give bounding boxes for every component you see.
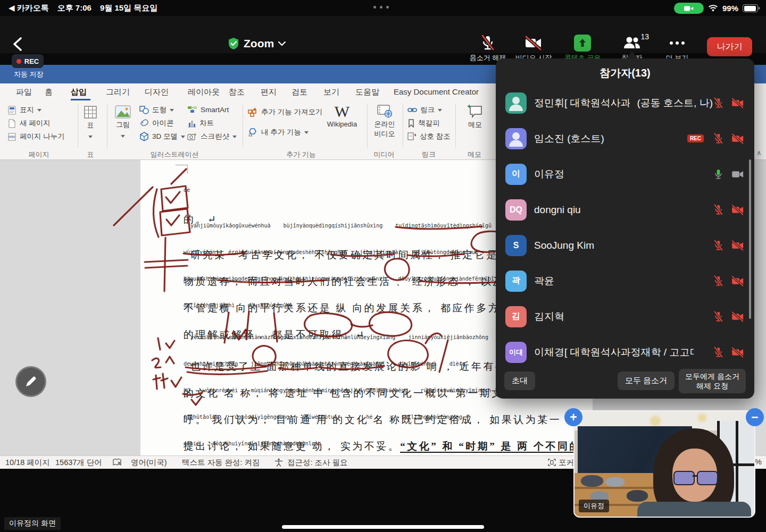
home-indicator[interactable] (282, 525, 484, 529)
cover-page-icon (7, 106, 16, 115)
back-to-app-link[interactable]: ◀ 카카오톡 (9, 3, 49, 13)
my-addins-button[interactable]: 내 추가 기능 (248, 128, 309, 137)
participants-icon: 13 (607, 33, 656, 53)
language-indicator[interactable]: 영어(미국) (131, 458, 167, 468)
person-silhouette-icon (505, 92, 527, 114)
selected-tab-underline (71, 99, 90, 100)
bookmark-button[interactable]: 책갈피 (407, 119, 440, 128)
camera-off-icon (509, 33, 558, 53)
chart-icon (187, 119, 196, 128)
tab-mailings[interactable]: 편지 (261, 87, 277, 97)
chevron-down-icon (37, 109, 41, 112)
collapse-ribbon-icon[interactable]: ∧ (756, 149, 762, 157)
group-label-pages: 페이지 (7, 150, 70, 159)
tab-references[interactable]: 참조 (229, 87, 245, 97)
share-screen-icon (574, 35, 591, 52)
device-status-bar: ◀ 카카오톡 오후 7:06 9월 15일 목요일 99% (0, 0, 766, 16)
tab-layout[interactable]: 레이아웃 (188, 87, 220, 97)
participant-row[interactable]: 김 김지혁 (496, 299, 754, 334)
video-thumbnail[interactable]: 이유정 (573, 410, 755, 518)
table-button[interactable]: 표 (78, 105, 103, 140)
cover-page-button[interactable]: 표지 (7, 105, 41, 115)
wikipedia-button[interactable]: W Wikipedia (326, 103, 359, 128)
picture-button[interactable]: 그림 (111, 105, 135, 139)
page-break-icon (7, 132, 16, 141)
chart-button[interactable]: 차트 (187, 119, 214, 128)
participant-row[interactable]: 이대 이채경[ 대학원석사과정재학 / 고고미술… (496, 334, 754, 370)
camera-off-icon (731, 275, 745, 287)
back-button[interactable] (11, 36, 24, 54)
tab-home[interactable]: 홈 (45, 87, 53, 97)
shapes-icon (139, 106, 149, 114)
link-icon (407, 106, 417, 114)
mute-all-button[interactable]: 모두 음소거 (618, 371, 675, 390)
camera-off-icon (731, 311, 745, 323)
invite-button[interactable]: 초대 (504, 371, 535, 390)
autocomplete-indicator[interactable]: 텍스트 자동 완성: 켜짐 (182, 458, 260, 468)
tab-draw[interactable]: 그리기 (106, 87, 130, 97)
person-silhouette-icon (505, 128, 527, 149)
tab-insert[interactable]: 삽입 (71, 87, 87, 97)
avatar: 이대 (505, 342, 527, 363)
panel-scrollbar[interactable] (749, 159, 751, 319)
participants-count-badge: 13 (640, 32, 649, 41)
participant-row[interactable]: 곽 곽윤 (496, 263, 754, 299)
group-label-media: 미디어 (367, 150, 401, 159)
tab-file[interactable]: 파일 (16, 87, 32, 97)
camera-off-icon (731, 347, 745, 358)
meeting-info-button[interactable]: Zoom (228, 37, 286, 50)
multitask-dots-icon (373, 6, 389, 9)
picture-icon (115, 105, 131, 119)
3d-model-button[interactable]: 3D 모델 (139, 132, 185, 141)
zoom-out-button[interactable]: − (746, 408, 764, 426)
tab-easy-document-creator[interactable]: Easy Document Creator (394, 87, 479, 96)
leave-meeting-button[interactable]: 나가기 (707, 37, 752, 56)
cross-reference-button[interactable]: 상호 참조 (407, 132, 451, 141)
blank-page-button[interactable]: 새 페이지 (7, 119, 51, 128)
smartart-button[interactable]: SmartArt (187, 105, 229, 114)
online-video-button[interactable]: 온라인 비디오 (369, 104, 400, 139)
participant-row[interactable]: S SooJung Kim (496, 227, 754, 263)
zoom-percent[interactable]: % (755, 458, 762, 466)
word-count[interactable]: 15637개 단어 (55, 458, 102, 468)
participant-row[interactable]: 이 이유정 (496, 156, 754, 192)
doc-line: duìyúbùtòngwénhuà xíng zhījiāndeguānxì y… (184, 446, 593, 455)
ask-all-unmute-button[interactable]: 모두에게 음소거 해제 요청 (679, 369, 746, 393)
screenshot-button[interactable]: 스크린샷 (187, 132, 237, 141)
more-dots-icon (653, 33, 702, 53)
page-break-button[interactable]: 페이지 나누기 (7, 132, 65, 141)
mic-muted-icon (713, 346, 724, 359)
chevron-down-icon (278, 41, 286, 46)
comment-icon (467, 104, 483, 119)
my-addins-icon (248, 128, 258, 137)
tab-review[interactable]: 검토 (292, 87, 307, 97)
tab-view[interactable]: 보기 (323, 87, 339, 97)
camera-active-pill-icon[interactable] (674, 3, 704, 14)
participant-row[interactable]: 정민휘[ 대학원석사과… (공동 호스트, 나) (496, 85, 754, 121)
zoom-in-button[interactable]: + (564, 408, 582, 426)
icons-button[interactable]: 아이콘 (139, 119, 174, 128)
avatar (505, 92, 527, 114)
proofing-icon[interactable] (113, 459, 122, 467)
get-addins-button[interactable]: 추가 기능 가져오기 (248, 107, 323, 117)
tab-help[interactable]: 도움말 (355, 87, 379, 97)
focus-mode-label[interactable]: 포커 (559, 458, 574, 468)
link-button[interactable]: 링크 (407, 105, 442, 115)
page-indicator[interactable]: 10/18 페이지 (5, 458, 50, 468)
screen-share-owner-label: 이유정의 화면 (4, 517, 61, 530)
online-video-icon (377, 104, 393, 118)
tab-design[interactable]: 디자인 (145, 87, 169, 97)
accessibility-status[interactable]: 접근성: 조사 필요 (287, 458, 348, 468)
shapes-button[interactable]: 도형 (139, 105, 174, 115)
participant-row[interactable]: 임소진 (호스트) REC (496, 121, 754, 156)
panel-footer: 초대 모두 음소거 모두에게 음소거 해제 요청 (496, 369, 754, 393)
get-addins-icon (248, 107, 258, 117)
focus-mode-icon[interactable] (548, 459, 556, 466)
participant-row[interactable]: DQ dongni qiu (496, 192, 754, 227)
annotate-button[interactable] (15, 366, 46, 397)
bookmark-icon (407, 119, 415, 128)
wikipedia-icon: W (326, 103, 359, 120)
group-label-illustrations: 일러스트레이션 (111, 150, 238, 159)
recording-dot-icon (16, 59, 21, 64)
comment-button[interactable]: 메모 (460, 104, 490, 130)
